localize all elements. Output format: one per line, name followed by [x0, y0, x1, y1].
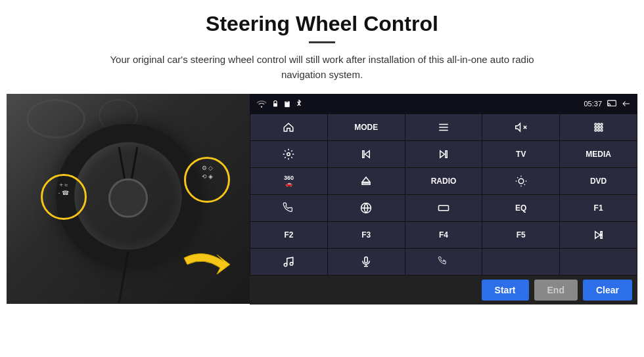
svg-point-39 — [285, 263, 288, 266]
f3-button[interactable]: F3 — [328, 222, 405, 248]
end-button[interactable]: End — [534, 280, 578, 301]
phone-icon — [283, 202, 294, 214]
sd-icon — [284, 100, 290, 108]
bluetooth-icon — [296, 99, 302, 108]
svg-rect-37 — [601, 232, 602, 235]
list-icon — [438, 121, 449, 133]
mute-button[interactable] — [482, 114, 559, 140]
empty1-button[interactable] — [482, 249, 559, 275]
eq-label: EQ — [515, 203, 526, 213]
mode-label: MODE — [354, 123, 378, 132]
f5-button[interactable]: F5 — [482, 222, 559, 248]
clear-button[interactable]: Clear — [583, 280, 632, 301]
svg-point-10 — [595, 123, 597, 125]
eq-button[interactable]: EQ — [482, 195, 559, 221]
f5-label: F5 — [517, 230, 526, 240]
radio-label: RADIO — [431, 177, 457, 186]
content-row: + ≈- ☎ ⚙ ◇⟲ ◈ — [7, 94, 637, 304]
next-icon — [438, 148, 449, 160]
svg-point-15 — [601, 127, 603, 129]
apps-button[interactable] — [560, 114, 637, 140]
360-label: 360🚗 — [284, 175, 294, 187]
wifi-icon — [256, 100, 267, 108]
svg-rect-25 — [362, 183, 370, 184]
music-button[interactable] — [250, 249, 327, 275]
mic-button[interactable] — [328, 249, 405, 275]
svg-rect-21 — [363, 151, 364, 158]
brightness-button[interactable] — [482, 168, 559, 194]
360cam-button[interactable]: 360🚗 — [250, 168, 327, 194]
svg-point-14 — [597, 127, 599, 129]
media-label: MEDIA — [586, 150, 611, 159]
svg-rect-2 — [286, 100, 287, 102]
page-title: Steering Wheel Control — [206, 12, 438, 36]
clock-display: 05:37 — [584, 100, 602, 108]
rect-icon — [438, 202, 449, 214]
phone-button[interactable] — [250, 195, 327, 221]
f2-button[interactable]: F2 — [250, 222, 327, 248]
page-container: Steering Wheel Control Your original car… — [0, 0, 644, 357]
home-button[interactable] — [250, 114, 327, 140]
play-pause-button[interactable] — [560, 222, 637, 248]
right-button-group-highlight: ⚙ ◇⟲ ◈ — [184, 157, 230, 203]
prev-icon — [360, 148, 372, 160]
svg-line-30 — [524, 184, 525, 185]
arrow-icon — [177, 245, 243, 297]
left-button-group-highlight: + ≈- ☎ — [41, 174, 87, 220]
list-button[interactable] — [405, 114, 482, 140]
svg-point-11 — [597, 123, 599, 125]
svg-marker-22 — [440, 151, 445, 158]
mic-icon — [360, 256, 372, 268]
apps-icon — [593, 121, 605, 133]
tv-button[interactable]: TV — [482, 141, 559, 167]
page-subtitle: Your original car's steering wheel contr… — [92, 52, 552, 82]
svg-rect-38 — [601, 236, 602, 239]
brightness-icon — [515, 175, 527, 187]
svg-rect-41 — [365, 257, 368, 263]
start-button[interactable]: Start — [482, 280, 529, 301]
status-bar-left — [256, 99, 302, 108]
settings-button[interactable] — [250, 141, 327, 167]
next-button[interactable] — [405, 141, 482, 167]
steering-wheel-center — [108, 178, 148, 218]
svg-rect-23 — [446, 151, 447, 158]
svg-point-40 — [290, 262, 294, 266]
button-grid: MODE — [250, 114, 637, 276]
steering-wheel-image: + ≈- ☎ ⚙ ◇⟲ ◈ — [7, 94, 250, 304]
phone-end-button[interactable] — [405, 249, 482, 275]
svg-point-17 — [597, 129, 599, 131]
phone-wave-icon — [438, 256, 449, 268]
internet-button[interactable] — [328, 195, 405, 221]
music-icon — [283, 256, 294, 268]
eject-icon — [360, 175, 372, 187]
svg-rect-3 — [287, 100, 288, 102]
status-bar-right: 05:37 — [584, 100, 631, 108]
svg-point-12 — [601, 123, 603, 125]
lock-icon — [272, 100, 279, 108]
dvd-label: DVD — [590, 177, 607, 186]
status-bar: 05:37 — [250, 94, 637, 114]
f1-button[interactable]: F1 — [560, 195, 637, 221]
mute-icon — [515, 121, 527, 133]
svg-point-13 — [595, 127, 597, 129]
radio-button[interactable]: RADIO — [405, 168, 482, 194]
empty2-button[interactable] — [560, 249, 637, 275]
f1-label: F1 — [594, 203, 603, 213]
eject-button[interactable] — [328, 168, 405, 194]
f2-label: F2 — [284, 230, 293, 240]
svg-rect-0 — [273, 103, 277, 106]
svg-marker-20 — [365, 151, 370, 158]
back-icon — [622, 100, 631, 108]
svg-point-26 — [518, 178, 524, 184]
prev-button[interactable] — [328, 141, 405, 167]
svg-point-18 — [601, 129, 603, 131]
media-button[interactable]: MEDIA — [560, 141, 637, 167]
globe-icon — [360, 202, 372, 214]
rect-button[interactable] — [405, 195, 482, 221]
svg-point-19 — [287, 153, 290, 156]
mode-button[interactable]: MODE — [328, 114, 405, 140]
tv-label: TV — [516, 150, 526, 159]
svg-line-29 — [517, 177, 518, 178]
dvd-button[interactable]: DVD — [560, 168, 637, 194]
f4-button[interactable]: F4 — [405, 222, 482, 248]
